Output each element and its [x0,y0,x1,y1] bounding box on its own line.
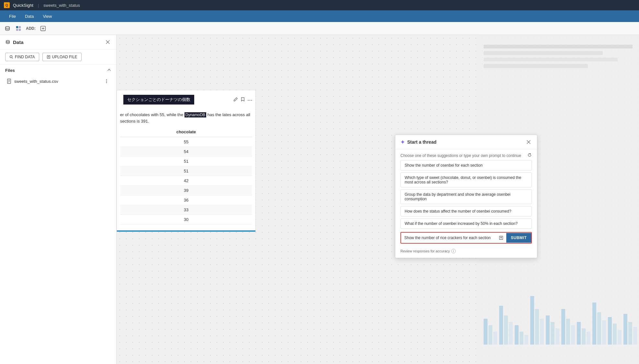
table-header-chocolate: chocolate [120,127,252,137]
bar [488,325,492,345]
svg-rect-3 [16,28,18,30]
bar [618,330,622,345]
bar-group [499,306,513,345]
table-row: 36 [120,195,252,205]
bar-chart-area [477,248,639,345]
file-name-text: sweets_with_status.csv [14,79,58,84]
svg-rect-2 [19,26,21,28]
table-row: 51 [120,157,252,166]
title-bar: Q QuickSight | sweets_with_status [0,0,639,10]
svg-rect-1 [16,26,18,28]
files-label: Files [5,68,15,73]
menu-data[interactable]: Data [21,13,38,20]
suggestion-item-2[interactable]: Group the data by department and show th… [400,189,532,204]
table-row: 39 [120,186,252,195]
bar [493,332,497,345]
thread-dialog: ✦ Start a thread Choose one of these sug… [395,135,537,258]
main-layout: Data FIND DATA UPLOAD [0,35,639,364]
bookmark-icon[interactable] [241,97,245,103]
table-row: 30 [120,215,252,225]
title-separator: | [38,3,39,8]
blue-progress-bar [117,230,255,232]
thread-footer: Review responses for accuracy i [395,247,537,258]
title-filename: sweets_with_status [43,3,80,8]
svg-point-0 [6,26,10,28]
toolbar: ADD: [0,22,639,35]
menu-bar: File Data View [0,10,639,22]
bar [582,328,586,345]
highlight-dynamodb: DynamoDB [185,112,206,117]
upload-file-button[interactable]: UPLOAD FILE [42,53,82,61]
more-options-icon[interactable] [103,78,110,84]
bar-group [484,319,497,345]
table-row: 54 [120,147,252,157]
bar [515,325,519,345]
content-area: セクションごとのドーナツの個数 [117,35,639,364]
svg-point-7 [10,56,12,58]
files-section: Files sweets_with_status.csv [0,65,116,90]
sidebar-close-button[interactable] [105,39,111,45]
svg-rect-4 [19,28,21,30]
bar [509,322,513,345]
svg-point-11 [106,81,107,82]
bar [535,309,539,345]
sidebar-action-buttons: FIND DATA UPLOAD FILE [0,50,116,65]
chevron-up-icon[interactable] [107,68,111,73]
bar-group [592,303,606,345]
thread-subtitle: Choose one of these suggestions or type … [395,149,537,160]
bar [520,332,523,345]
info-icon[interactable]: i [451,249,456,253]
bar [551,322,555,345]
refresh-icon[interactable] [527,153,532,158]
bar [577,322,581,345]
table-row: 55 [120,137,252,147]
data-source-icon[interactable] [4,25,11,32]
more-icon[interactable] [248,97,252,102]
menu-view[interactable]: View [39,13,56,20]
bar [608,317,612,345]
sidebar: Data FIND DATA UPLOAD [0,35,117,364]
thread-title: ✦ Start a thread [400,139,436,145]
find-data-button[interactable]: FIND DATA [5,53,39,61]
chart-panel: セクションごとのドーナツの個数 [117,90,256,232]
data-icon [5,39,10,45]
file-item: sweets_with_status.csv [5,75,111,87]
table-row: 42 [120,176,252,186]
suggestion-item-3[interactable]: How does the status affect the number of… [400,206,532,216]
bar [623,314,627,345]
edit-icon[interactable] [233,97,238,103]
bar [628,322,632,345]
add-label: ADD: [26,26,36,31]
accuracy-note: Review responses for accuracy i [400,249,532,253]
add-visual-icon[interactable] [39,25,47,32]
bar [592,303,596,345]
file-item-left: sweets_with_status.csv [6,79,58,84]
thread-close-button[interactable] [525,139,532,145]
svg-point-10 [106,79,107,80]
search-icon [9,55,13,59]
suggestion-item-0[interactable]: Show the number of osenbei for each sect… [400,160,532,171]
suggestion-item-1[interactable]: Which type of sweet (chocolate, donut, o… [400,172,532,187]
quicksight-logo: Q [4,2,10,8]
data-table: chocolate 555451514239363330 [120,127,252,225]
app-name: QuickSight [13,3,33,8]
table-section: chocolate 555451514239363330 [117,127,255,228]
submit-button[interactable]: SUBMIT [506,233,531,243]
file-icon [6,79,12,84]
bar [561,309,565,345]
menu-file[interactable]: File [5,13,20,20]
svg-point-14 [250,100,251,101]
thread-input[interactable] [401,233,496,243]
bar [546,315,550,345]
bar [566,319,570,345]
bar-group [530,296,544,345]
attach-icon-button[interactable] [496,233,506,243]
layout-icon[interactable] [15,25,22,32]
chart-panel-title: セクションごとのドーナツの個数 [123,95,194,105]
bar [613,324,617,345]
svg-point-12 [106,82,107,83]
bar [540,319,544,345]
suggestion-item-4[interactable]: What if the number of osenbei increased … [400,218,532,229]
bar-group [561,309,575,345]
suggestion-list: Show the number of osenbei for each sect… [395,160,537,229]
